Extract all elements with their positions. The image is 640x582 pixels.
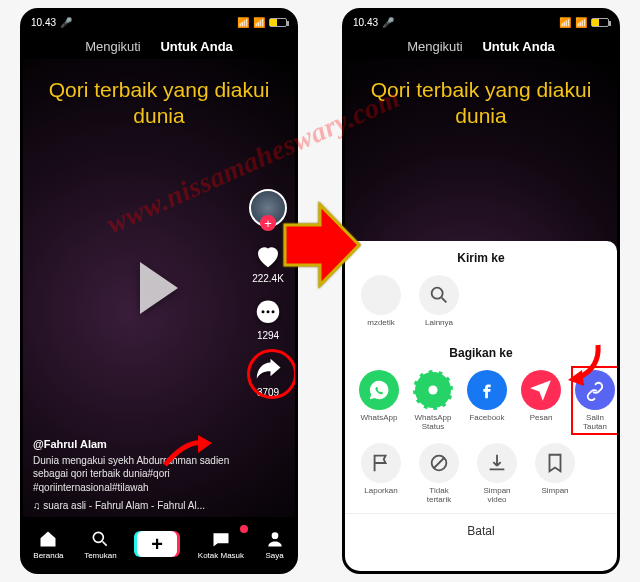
wifi-icon: 📶 [237,17,249,28]
opt-notint-label: Tidak tertarik [417,487,461,505]
opt-notinterested[interactable]: Tidak tertarik [417,443,461,505]
search-icon [90,529,110,549]
tab-foryou[interactable]: Untuk Anda [482,39,554,54]
plus-icon: + [151,534,163,554]
send-more[interactable]: Lainnya [417,275,461,328]
nav-discover[interactable]: Temukan [84,529,116,560]
share-facebook-label: Facebook [469,414,504,423]
svg-point-7 [428,385,437,394]
send-row: mzdetik Lainnya [345,271,617,336]
status-bar: 10.43🎤 📶📶 [23,11,295,33]
play-icon[interactable] [140,262,178,314]
share-dm-label: Pesan [530,414,553,423]
action-rail: + 222.4K 1294 3709 [249,189,287,398]
share-button[interactable]: 3709 [253,355,283,398]
tab-following[interactable]: Mengikuti [407,39,463,54]
share-wastatus-label: WhatsApp Status [413,414,453,432]
nav-me[interactable]: Saya [265,529,285,560]
nav-home[interactable]: Beranda [33,529,63,560]
feed-tabs: Mengikuti Untuk Anda [345,33,617,60]
facebook-icon [467,370,507,410]
whatsapp-icon [359,370,399,410]
comment-button[interactable]: 1294 [253,298,283,341]
inbox-icon [211,529,231,549]
follow-plus-icon[interactable]: + [260,215,276,231]
avatar-icon [361,275,401,315]
opt-report-label: Laporkan [364,487,397,496]
svg-point-3 [272,310,275,313]
svg-point-1 [262,310,265,313]
nav-inbox-label: Kotak Masuk [198,551,244,560]
nav-discover-label: Temukan [84,551,116,560]
opt-savevid-label: Simpan video [475,487,519,505]
pointer-share [160,433,215,473]
tab-foryou[interactable]: Untuk Anda [160,39,232,54]
video-caption-overlay: Qori terbaik yang diakui dunia [345,77,617,130]
share-facebook[interactable]: Facebook [467,370,507,432]
comment-icon [253,298,283,328]
comment-count: 1294 [257,330,279,341]
nav-home-label: Beranda [33,551,63,560]
block-icon [419,443,459,483]
cancel-button[interactable]: Batal [345,513,617,548]
share-sheet: Kirim ke mzdetik Lainnya Bagikan ke What… [345,241,617,571]
status-time: 10.43 [31,17,56,28]
home-icon [38,529,58,549]
search-icon [419,275,459,315]
video-caption-overlay: Qori terbaik yang diakui dunia [23,77,295,130]
wifi-icon: 📶 [559,17,571,28]
tab-following[interactable]: Mengikuti [85,39,141,54]
inbox-badge [240,525,248,533]
svg-point-4 [94,532,104,542]
status-time: 10.43 [353,17,378,28]
phone-right: 10.43🎤 📶📶 Mengikuti Untuk Anda Qori terb… [342,8,620,574]
nav-me-label: Saya [266,551,284,560]
status-bar: 10.43🎤 📶📶 [345,11,617,33]
message-icon [521,370,561,410]
send-mzdetik-label: mzdetik [367,319,395,328]
send-more-label: Lainnya [425,319,453,328]
svg-point-2 [267,310,270,313]
share-icon [253,355,283,385]
battery-icon [591,18,609,27]
battery-icon [269,18,287,27]
feed-tabs: Mengikuti Untuk Anda [23,33,295,60]
opt-save[interactable]: Simpan [533,443,577,505]
send-mzdetik[interactable]: mzdetik [359,275,403,328]
share-copy-label: Salin Tautan [575,414,615,432]
flag-icon [361,443,401,483]
pointer-copylink [560,340,608,388]
sound-label[interactable]: ♫ suara asli - Fahrul Alam - Fahrul Al..… [33,500,235,511]
heart-icon [253,241,283,271]
send-header: Kirim ke [345,241,617,271]
svg-point-6 [432,288,443,299]
whatsapp-status-icon [413,370,453,410]
user-icon [265,529,285,549]
download-icon [477,443,517,483]
voice-icon: 🎤 [382,17,394,28]
svg-point-5 [271,532,278,539]
share-count: 3709 [257,387,279,398]
bottom-nav: Beranda Temukan + Kotak Masuk Saya [23,517,295,571]
opt-save-label: Simpan [541,487,568,496]
signal-icon: 📶 [575,17,587,28]
share-wastatus[interactable]: WhatsApp Status [413,370,453,432]
video-area[interactable]: Qori terbaik yang diakui dunia + 222.4K … [23,59,295,517]
bookmark-icon [535,443,575,483]
opt-savevideo[interactable]: Simpan video [475,443,519,505]
big-arrow [283,200,361,290]
opt-report[interactable]: Laporkan [359,443,403,505]
more-row: Laporkan Tidak tertarik Simpan video Sim… [345,439,617,513]
author-avatar[interactable]: + [249,189,287,227]
share-whatsapp-label: WhatsApp [361,414,398,423]
nav-create[interactable]: + [137,531,177,557]
phone-left: 10.43🎤 📶📶 Mengikuti Untuk Anda Qori terb… [20,8,298,574]
nav-inbox[interactable]: Kotak Masuk [198,529,244,560]
like-button[interactable]: 222.4K [252,241,284,284]
share-dm[interactable]: Pesan [521,370,561,432]
like-count: 222.4K [252,273,284,284]
signal-icon: 📶 [253,17,265,28]
voice-icon: 🎤 [60,17,72,28]
share-whatsapp[interactable]: WhatsApp [359,370,399,432]
